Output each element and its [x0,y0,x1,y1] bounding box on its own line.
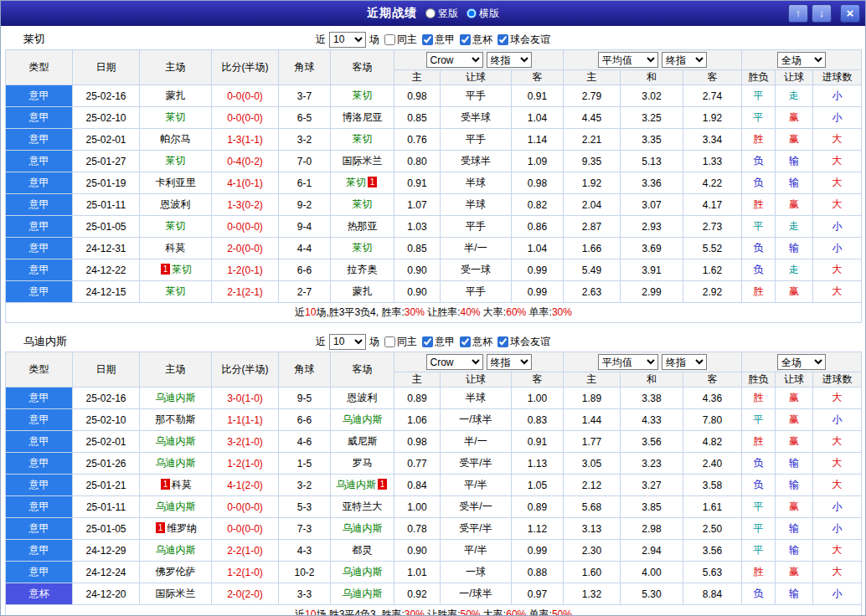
avg-home-cell: 3.13 [564,518,621,540]
avg-draw-cell: 3.27 [621,475,683,496]
date-cell: 24-12-22 [73,259,140,281]
checkbox-club-friendly-input[interactable] [497,34,508,45]
layout-radio-horizontal-input[interactable] [467,8,477,18]
avg-draw-cell: 5.13 [621,151,683,172]
layout-radio-horizontal[interactable]: 横版 [467,7,499,21]
checkbox-same-home-input[interactable] [384,336,395,347]
team-link: 拉齐奥 [348,264,378,275]
corners-cell: 7-3 [279,518,331,540]
goals-result-cell: 小 [813,238,862,259]
final-odds-select[interactable]: 终指 [487,52,532,68]
matches-label: 场 [369,335,379,349]
summary-stat: 30% [552,306,572,318]
final-odds-select-2[interactable]: 终指 [662,354,707,370]
odds-handicap-cell: 一/球半 [441,409,512,431]
score-cell: 0-0(0-0) [212,216,279,238]
handicap-result-cell: 赢 [776,388,813,409]
checkbox-same-home-label: 同主 [397,335,417,349]
summary-label: 让胜率: [425,608,461,616]
team-link: 莱切 [353,133,373,145]
table-row: 意甲25-02-01帕尔马1-3(1-1)3-2莱切0.76平手1.142.21… [6,129,862,151]
handicap-result-cell: 赢 [776,431,813,453]
column-header: 进球数 [813,70,862,85]
checkbox-coppa-italia-input[interactable] [460,34,471,45]
score-cell: 3-0(1-0) [212,388,279,409]
result-cell: 胜 [742,431,776,453]
odds-away-cell: 0.98 [512,172,564,194]
average-select[interactable]: 平均值 [598,354,658,370]
odds-home-cell: 0.92 [394,583,441,605]
date-cell: 25-02-10 [73,107,140,129]
checkbox-serie-a[interactable]: 意甲 [422,33,455,47]
corners-cell: 9-5 [279,388,331,409]
checkbox-coppa-italia-input[interactable] [460,336,471,347]
home-team-cell: 佛罗伦萨 [140,562,212,583]
handicap-result-cell: 走 [776,259,813,281]
average-select[interactable]: 平均值 [598,52,658,68]
final-odds-select[interactable]: 终指 [487,354,532,370]
rounds-select[interactable]: 10 [329,334,366,350]
matches-label: 场 [369,33,379,47]
handicap-result-cell: 走 [776,85,813,107]
score-cell: 4-1(2-0) [212,475,279,496]
date-cell: 25-01-27 [73,151,140,172]
corners-cell: 3-2 [279,129,331,151]
home-team-cell: 卡利亚里 [140,172,212,194]
column-header: 和 [621,70,683,85]
checkbox-same-home[interactable]: 同主 [384,33,417,47]
checkbox-serie-a-input[interactable] [422,336,433,347]
away-team-cell: 乌迪内斯1 [331,475,394,496]
move-down-button[interactable]: ↓ [812,4,832,23]
checkbox-club-friendly-label: 球会友谊 [510,33,550,47]
bookmaker-select[interactable]: Crow [426,354,483,370]
away-team-cell: 乌迪内斯 [331,583,394,605]
checkbox-serie-a-input[interactable] [422,34,433,45]
league-cell: 意甲 [6,562,73,583]
handicap-result-cell: 输 [776,540,813,562]
final-odds-select-2[interactable]: 终指 [662,52,707,68]
avg-draw-cell: 4.33 [621,409,683,431]
fulltime-select[interactable]: 全场 [777,354,826,370]
close-button[interactable]: × [840,4,860,23]
team-link: 佛罗伦萨 [156,566,196,578]
rounds-select[interactable]: 10 [329,32,366,48]
checkbox-same-home-input[interactable] [384,34,395,45]
corners-cell: 4-4 [279,238,331,259]
checkbox-club-friendly[interactable]: 球会友谊 [497,335,550,349]
checkbox-club-friendly-input[interactable] [497,336,508,347]
summary-label: 单率: [526,306,552,318]
checkbox-coppa-italia[interactable]: 意杯 [460,33,492,47]
handicap-result-cell: 输 [776,453,813,475]
column-header: 主 [564,70,621,85]
layout-radio-vertical[interactable]: 竖版 [425,7,458,21]
layout-radio-vertical-input[interactable] [425,8,436,18]
summary-stat: 30% [405,306,425,318]
away-team-cell: 莱切 [331,194,394,216]
checkbox-serie-a[interactable]: 意甲 [422,335,455,349]
score-cell: 2-0(2-0) [212,583,279,605]
checkbox-club-friendly[interactable]: 球会友谊 [497,33,550,47]
table-row: 意甲24-12-29乌迪内斯2-2(1-0)4-3都灵0.90平/半0.992.… [6,540,862,562]
team-link: 卡利亚里 [156,177,196,188]
league-cell: 意甲 [6,388,73,409]
team-link: 乌迪内斯 [156,435,196,447]
fulltime-select[interactable]: 全场 [777,52,826,68]
odds-handicap-cell: 平手 [441,129,512,151]
odds-away-cell: 1.09 [512,151,564,172]
down-arrow-icon: ↓ [819,7,825,19]
move-up-button[interactable]: ↑ [788,4,808,23]
red-card-badge: 1 [161,479,170,490]
column-header: 让球 [441,70,512,85]
date-cell: 25-01-19 [73,172,140,194]
avg-home-cell: 2.87 [564,216,621,238]
corners-cell: 6-6 [279,259,331,281]
away-team-cell: 莱切 [331,129,394,151]
checkbox-same-home[interactable]: 同主 [384,335,417,349]
home-team-cell: 恩波利 [140,194,212,216]
column-header: 进球数 [813,372,862,388]
bookmaker-select[interactable]: Crow [426,52,483,68]
red-card-badge: 1 [378,479,387,490]
avg-draw-cell: 3.35 [621,129,683,151]
checkbox-coppa-italia[interactable]: 意杯 [460,335,492,349]
home-team-cell: 莱切 [140,107,212,129]
